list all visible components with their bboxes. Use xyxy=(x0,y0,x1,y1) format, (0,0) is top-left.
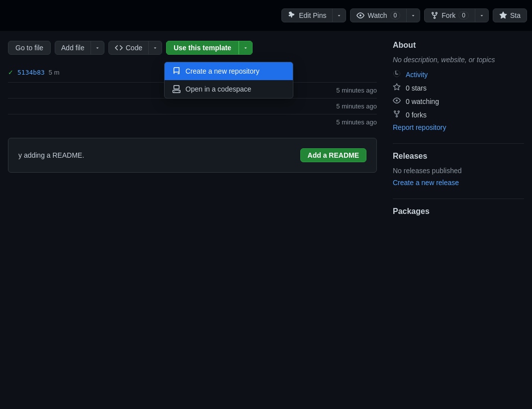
star-icon xyxy=(499,11,507,19)
add-readme-label: Add a README xyxy=(308,151,359,159)
fork-main[interactable]: Fork 0 xyxy=(425,9,475,22)
add-file-label: Add file xyxy=(61,44,85,52)
use-template-label: Use this template xyxy=(174,44,231,52)
about-title: About xyxy=(393,41,524,50)
no-releases-text: No releases published xyxy=(393,167,524,175)
fork-outline-icon xyxy=(393,110,401,119)
file-row-time-3: 5 minutes ago xyxy=(336,118,377,126)
star-outline-icon xyxy=(393,83,401,93)
sidebar-divider-2 xyxy=(393,199,524,199)
releases-title: Releases xyxy=(393,152,524,161)
about-section: About No description, website, or topics… xyxy=(393,41,524,131)
forks-label: 0 forks xyxy=(406,111,427,119)
add-file-dropdown[interactable] xyxy=(90,41,104,54)
codespace-icon xyxy=(173,85,180,93)
watch-dropdown[interactable] xyxy=(406,9,420,22)
activity-label[interactable]: Activity xyxy=(406,71,428,79)
code-icon xyxy=(115,44,123,52)
open-in-codespace-label: Open in a codespace xyxy=(185,85,251,93)
use-template-main[interactable]: Use this template xyxy=(166,41,239,55)
fork-icon xyxy=(431,11,439,19)
file-row-time-2: 5 minutes ago xyxy=(336,102,377,110)
chevron-down-icon xyxy=(337,13,342,18)
fork-dropdown[interactable] xyxy=(475,9,488,22)
edit-pins-button[interactable]: Edit Pins xyxy=(281,8,346,22)
commit-sha[interactable]: 5134b83 xyxy=(17,69,45,76)
add-readme-button[interactable]: Add a README xyxy=(300,148,366,162)
open-in-codespace-item[interactable]: Open in a codespace xyxy=(165,80,293,98)
activity-icon xyxy=(393,70,401,79)
create-new-release-link[interactable]: Create a new release xyxy=(393,179,459,187)
create-new-repo-label: Create a new repository xyxy=(185,67,260,75)
check-icon: ✓ xyxy=(8,69,13,76)
releases-section: Releases No releases published Create a … xyxy=(393,152,524,187)
code-main[interactable]: Code xyxy=(109,41,148,54)
edit-pins-dropdown[interactable] xyxy=(332,9,346,22)
pin-icon xyxy=(288,11,296,19)
watch-count: 0 xyxy=(390,11,401,19)
eye-outline-icon xyxy=(393,97,401,106)
commit-time: 5 m xyxy=(49,69,60,76)
add-file-main[interactable]: Add file xyxy=(55,41,90,54)
code-button[interactable]: Code xyxy=(108,41,162,55)
packages-title: Packages xyxy=(393,207,524,216)
go-to-file-button[interactable]: Go to file xyxy=(8,41,51,55)
activity-row: Activity xyxy=(393,70,524,79)
report-repo-link[interactable]: Report repository xyxy=(393,123,446,131)
main-content: Go to file Add file Code xyxy=(0,31,532,228)
watching-row: 0 watching xyxy=(393,97,524,106)
go-to-file-label: Go to file xyxy=(15,44,43,52)
code-dropdown[interactable] xyxy=(148,41,162,54)
edit-pins-main[interactable]: Edit Pins xyxy=(282,9,332,22)
table-row: 5 minutes ago xyxy=(8,114,377,130)
sidebar-divider-1 xyxy=(393,143,524,144)
use-template-button[interactable]: Use this template xyxy=(166,41,253,55)
left-column: Go to file Add file Code xyxy=(0,41,385,228)
eye-icon xyxy=(356,11,364,19)
right-sidebar: About No description, website, or topics… xyxy=(385,41,532,228)
add-file-button[interactable]: Add file xyxy=(55,41,104,55)
readme-text: y adding a README. xyxy=(18,151,84,159)
top-bar: Edit Pins Watch 0 xyxy=(0,0,532,31)
stars-label: 0 stars xyxy=(406,84,427,92)
action-buttons-row: Go to file Add file Code xyxy=(8,41,377,55)
top-bar-buttons: Edit Pins Watch 0 xyxy=(281,8,532,22)
repo-icon xyxy=(173,67,180,75)
fork-button[interactable]: Fork 0 xyxy=(424,8,489,22)
chevron-down-icon xyxy=(95,45,100,50)
watch-button[interactable]: Watch 0 xyxy=(350,8,420,22)
star-button[interactable]: Sta xyxy=(493,8,527,22)
file-row-time-1: 5 minutes ago xyxy=(336,87,377,94)
edit-pins-label: Edit Pins xyxy=(299,11,326,19)
watching-label: 0 watching xyxy=(406,98,439,105)
use-template-dropdown-menu: Create a new repository Open in a codesp… xyxy=(164,62,293,99)
readme-box: y adding a README. Add a README xyxy=(8,138,377,173)
chevron-down-icon xyxy=(153,45,158,50)
chevron-down-icon xyxy=(479,13,484,18)
stars-row: 0 stars xyxy=(393,83,524,93)
watch-label: Watch xyxy=(367,11,387,19)
table-row: 5 minutes ago xyxy=(8,98,377,114)
watch-main[interactable]: Watch 0 xyxy=(351,9,406,22)
chevron-down-icon xyxy=(411,13,416,18)
chevron-down-icon xyxy=(243,45,248,50)
forks-row: 0 forks xyxy=(393,110,524,119)
fork-count: 0 xyxy=(458,11,469,19)
code-label: Code xyxy=(126,44,142,52)
use-template-dropdown[interactable] xyxy=(239,41,253,55)
packages-section: Packages xyxy=(393,207,524,216)
fork-label: Fork xyxy=(442,11,455,19)
create-new-repo-item[interactable]: Create a new repository xyxy=(165,62,293,80)
about-description: No description, website, or topics xyxy=(393,56,524,64)
star-label: Sta xyxy=(510,11,521,19)
